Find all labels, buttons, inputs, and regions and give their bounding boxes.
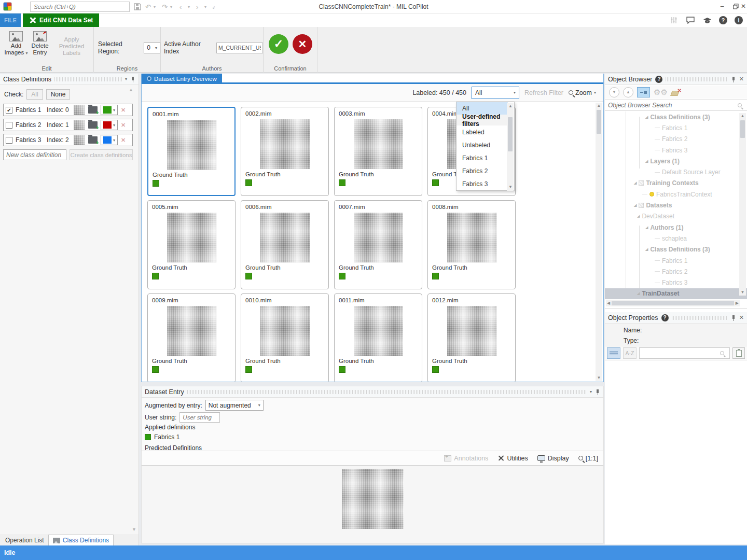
dataset-tile[interactable]: 0012.mim Ground Truth	[427, 293, 516, 382]
tree-expander-icon[interactable]: ◢	[634, 181, 637, 185]
tree-item[interactable]: schaplea	[605, 233, 747, 244]
pin-icon[interactable]	[130, 76, 135, 82]
scroll-up-icon[interactable]: ▲	[741, 114, 745, 119]
dataset-tile[interactable]: 0002.mim Ground Truth	[241, 107, 329, 196]
tree-item[interactable]: ◢ DevDataset	[605, 211, 747, 222]
class-visibility-checkbox[interactable]	[6, 122, 12, 129]
annotations-button[interactable]: Annotations	[444, 455, 488, 462]
search-input[interactable]	[30, 2, 130, 12]
tree-item[interactable]: Fabrics 3	[605, 277, 747, 288]
bottom-tab-operation-list[interactable]: Operation List	[1, 535, 48, 545]
scroll-down-icon[interactable]: ▼	[508, 185, 513, 190]
drag-handle[interactable]	[187, 390, 587, 394]
confirm-cancel-button[interactable]: ✕	[293, 34, 312, 54]
utilities-button[interactable]: Utilities	[497, 455, 528, 462]
feedback-icon[interactable]	[686, 16, 695, 25]
delete-class-icon[interactable]: ✕	[121, 137, 126, 144]
pin-icon[interactable]	[731, 76, 736, 82]
scroll-down-icon[interactable]: ▼	[597, 375, 601, 381]
object-browser-search-input[interactable]	[605, 102, 738, 109]
dataset-tile[interactable]: 0006.mim Ground Truth	[241, 200, 329, 289]
filter-option[interactable]: Labeled	[457, 125, 508, 138]
class-visibility-checkbox[interactable]	[6, 137, 12, 144]
tree-item[interactable]: ◢ Class Definitions (3)	[605, 244, 747, 255]
tree-item[interactable]: Fabrics 1	[605, 255, 747, 266]
save-icon[interactable]	[134, 2, 141, 12]
layout-columns-icon[interactable]	[669, 16, 679, 25]
scrollbar-thumb[interactable]	[612, 301, 734, 305]
dataset-tile[interactable]: 0001.mim Ground Truth	[147, 107, 236, 196]
undo-chevron-icon[interactable]: ▾	[154, 2, 156, 12]
tree-expander-icon[interactable]: ◢	[645, 226, 648, 230]
tree-item[interactable]: ◢ Authors (1)	[605, 222, 747, 233]
user-string-input[interactable]	[179, 412, 220, 423]
popup-scrollbar[interactable]: ▲ ▼	[507, 103, 514, 191]
new-class-input[interactable]	[3, 149, 66, 160]
tree-item[interactable]: Fabrics 3	[605, 145, 747, 156]
scroll-up-icon[interactable]: ▲	[129, 87, 133, 92]
display-button[interactable]: Display	[537, 455, 569, 462]
pin-icon[interactable]	[731, 315, 736, 321]
filter-option[interactable]: Fabrics 1	[457, 151, 508, 164]
add-images-to-class-icon[interactable]	[88, 121, 98, 129]
filter-option[interactable]: Fabrics 2	[457, 164, 508, 177]
minimize-button[interactable]: –	[715, 0, 729, 12]
training-icon[interactable]	[702, 16, 712, 25]
drag-handle[interactable]	[672, 316, 728, 320]
forward-icon[interactable]: ›	[196, 2, 198, 12]
help-icon[interactable]: ?	[719, 16, 727, 24]
tree-scrollbar[interactable]: ▲ ▼	[739, 113, 746, 296]
tree-item[interactable]: ◢ Class Definitions (3)	[605, 111, 747, 122]
apply-predicted-labels-button[interactable]: ApplyPredicted Labels	[51, 36, 92, 57]
scroll-down-icon[interactable]: ▼	[741, 290, 745, 295]
class-color-swatch[interactable]: ▾	[101, 135, 118, 145]
help-icon[interactable]: ?	[655, 76, 662, 83]
back-chevron-icon[interactable]: ▾	[188, 2, 190, 12]
tree-item[interactable]: FabricsTrainContext	[605, 189, 747, 200]
filter-option[interactable]: Unlabeled	[457, 138, 508, 151]
collapse-all-button[interactable]: ▲	[623, 87, 633, 97]
scrollbar-thumb[interactable]	[508, 117, 513, 151]
tree-expander-icon[interactable]: ◢	[637, 214, 640, 218]
check-all-button[interactable]: All	[26, 89, 43, 100]
dataset-tile[interactable]: 0010.mim Ground Truth	[241, 293, 329, 382]
tree-expander-icon[interactable]: ◢	[645, 247, 648, 251]
tree-item[interactable]: ◢ Training Contexts	[605, 178, 747, 189]
filter-option[interactable]: Fabrics 3	[457, 177, 508, 190]
scroll-up-icon[interactable]: ▲	[597, 103, 601, 108]
collapse-toggle-button[interactable]	[637, 87, 650, 97]
scrollbar-thumb[interactable]	[740, 120, 745, 138]
dataset-tile[interactable]: 0003.mim Ground Truth	[334, 107, 422, 196]
dataset-tile[interactable]: 0007.mim Ground Truth	[334, 200, 422, 289]
add-images-button[interactable]: AddImages ▾	[4, 31, 28, 57]
delete-class-icon[interactable]: ✕	[121, 107, 126, 114]
confirm-ok-button[interactable]: ✓	[269, 34, 288, 54]
zoom-button[interactable]: Zoom ▾	[569, 89, 596, 96]
gear-icon[interactable]: ⚙⚙	[654, 88, 668, 97]
tree-item[interactable]: ◢ TrainDataset	[605, 288, 747, 299]
undo-icon[interactable]: ↶	[145, 2, 151, 12]
class-color-swatch[interactable]: ▾	[101, 105, 118, 115]
scroll-down-icon[interactable]: ▼	[132, 527, 136, 532]
tree-expander-icon[interactable]: ◢	[634, 203, 637, 207]
redo-icon[interactable]: ↷	[162, 2, 168, 12]
categorized-view-button[interactable]	[607, 347, 620, 359]
add-images-to-class-icon[interactable]	[88, 106, 98, 114]
tree-item[interactable]: ◢ Datasets	[605, 200, 747, 211]
tree-horizontal-scrollbar[interactable]: ◀ ▶	[606, 300, 740, 306]
class-visibility-checkbox[interactable]: ✔	[6, 107, 12, 114]
scroll-up-icon[interactable]: ▲	[508, 104, 513, 109]
properties-search-input[interactable]	[639, 347, 730, 359]
tree-expander-icon[interactable]: ◢	[637, 291, 640, 296]
dataset-tile[interactable]: 0005.mim Ground Truth	[147, 200, 236, 289]
refresh-filter-button[interactable]: Refresh Filter	[524, 89, 563, 96]
tree-expander-icon[interactable]: ◢	[645, 159, 648, 163]
back-icon[interactable]: ‹	[179, 2, 182, 12]
grid-scrollbar[interactable]: ▲ ▼	[596, 103, 602, 381]
tree-expander-icon[interactable]: ◢	[645, 115, 648, 119]
scroll-right-icon[interactable]: ▶	[736, 301, 739, 306]
drag-handle[interactable]	[666, 77, 727, 81]
tree-item[interactable]: Fabrics 2	[605, 134, 747, 145]
delete-entry-button[interactable]: ✕ DeleteEntry	[29, 31, 51, 56]
tree-item[interactable]: Default Source Layer	[605, 166, 747, 177]
